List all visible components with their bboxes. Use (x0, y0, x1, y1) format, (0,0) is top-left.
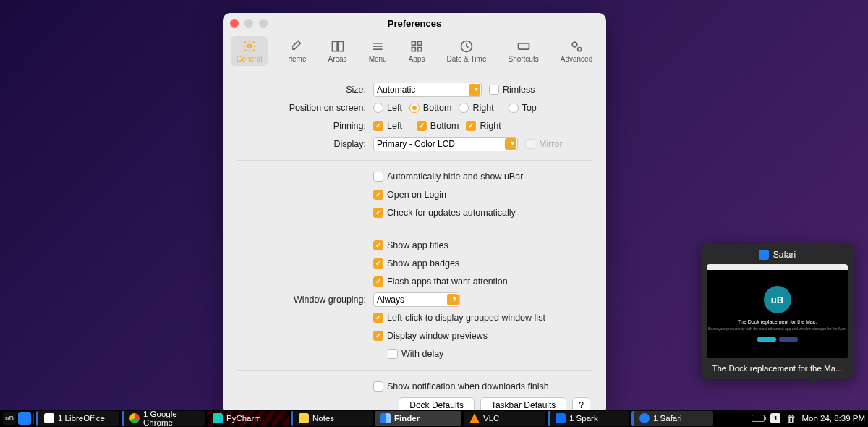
toolbar: General Theme Areas Menu Apps Date & Tim… (223, 33, 606, 72)
rimless-label: Rimless (503, 85, 535, 95)
trash-icon[interactable]: 🗑 (786, 413, 796, 424)
divider (236, 370, 593, 371)
svg-rect-8 (412, 48, 415, 51)
tab-label: Advanced (561, 55, 592, 63)
taskbar-item-spark[interactable]: 1 Spark (548, 411, 629, 426)
pos-right-radio[interactable] (459, 103, 469, 113)
tab-label: Shortcuts (508, 55, 538, 63)
tab-label: Areas (328, 55, 347, 63)
svg-point-0 (247, 45, 251, 48)
svg-rect-2 (338, 41, 343, 51)
tab-advanced[interactable]: Advanced (555, 36, 598, 66)
pin-left-checkbox[interactable] (373, 121, 383, 131)
vlc-icon (469, 413, 480, 423)
grid-icon (409, 39, 424, 54)
previews-checkbox[interactable] (373, 331, 383, 341)
svg-rect-6 (412, 41, 415, 45)
tab-label: Apps (409, 55, 425, 63)
safari-icon (759, 250, 769, 260)
divider (236, 229, 593, 229)
pos-top-radio[interactable] (509, 103, 519, 113)
tab-areas[interactable]: Areas (323, 36, 353, 66)
window-preview-tooltip: Safari uB The Dock replacement for the M… (701, 244, 854, 379)
chrome-icon (129, 413, 140, 423)
pin-right-checkbox[interactable] (466, 121, 476, 131)
preview-caption: The Dock replacement for the Ma... (707, 358, 848, 373)
autohide-checkbox[interactable] (373, 172, 383, 182)
desktop-number[interactable]: 1 (770, 413, 780, 423)
pos-left-radio[interactable] (373, 103, 383, 113)
taskbar-item-notes[interactable]: Notes (291, 411, 373, 426)
leftclick-checkbox[interactable] (373, 313, 383, 323)
tab-general[interactable]: General (231, 36, 268, 66)
svg-rect-11 (518, 43, 529, 49)
taskbar-item-finder[interactable]: Finder (375, 411, 461, 426)
close-button[interactable] (230, 19, 239, 28)
eyedropper-icon (288, 39, 302, 54)
divider (236, 160, 593, 161)
preferences-window: Preferences General Theme Areas Menu App… (223, 13, 606, 415)
taskbar-item-pycharm[interactable]: PyCharm (207, 411, 289, 426)
tab-theme[interactable]: Theme (278, 36, 312, 66)
finder-icon (380, 413, 391, 423)
tab-datetime[interactable]: Date & Time (441, 36, 492, 66)
openlogin-checkbox[interactable] (373, 190, 383, 200)
mirror-checkbox (525, 139, 535, 149)
minimize-button[interactable] (244, 19, 253, 28)
menu-icon (370, 39, 385, 54)
battery-icon[interactable] (752, 415, 765, 422)
taskbar: uB 1 LibreOffice 1 Google Chrome PyCharm… (0, 410, 868, 427)
titlebar: Preferences (223, 13, 606, 33)
areas-icon (331, 39, 345, 54)
position-label: Position on screen: (236, 103, 373, 113)
keyboard-icon (516, 39, 531, 54)
tab-label: General (237, 55, 263, 63)
zoom-button[interactable] (259, 19, 268, 28)
tab-shortcuts[interactable]: Shortcuts (502, 36, 544, 66)
clock-icon (459, 39, 474, 54)
gears-icon (569, 39, 584, 54)
pin-bottom-checkbox[interactable] (417, 121, 427, 131)
flash-checkbox[interactable] (373, 276, 383, 287)
preview-thumbnail[interactable]: uB The Dock replacement for the Mac. Boo… (707, 264, 848, 358)
clock[interactable]: Mon 24, 8:39 PM (801, 414, 865, 423)
svg-rect-9 (418, 48, 422, 51)
safari-icon (639, 413, 650, 423)
size-select[interactable]: Automatic (373, 83, 482, 97)
tab-label: Date & Time (446, 55, 486, 63)
notif-checkbox[interactable] (373, 381, 383, 392)
rimless-checkbox[interactable] (489, 85, 499, 95)
badges-checkbox[interactable] (373, 258, 383, 269)
finder-dock-icon[interactable] (18, 412, 31, 425)
updates-checkbox[interactable] (373, 208, 383, 218)
taskbar-item-safari[interactable]: 1 Safari (631, 411, 713, 426)
grouping-select[interactable]: Always (373, 292, 460, 307)
taskbar-right: 1 🗑 Mon 24, 8:39 PM (752, 413, 865, 424)
pycharm-icon (213, 413, 223, 423)
spark-icon (556, 413, 566, 423)
taskbar-item-chrome[interactable]: 1 Google Chrome (122, 411, 205, 426)
pinning-label: Pinning: (236, 121, 373, 131)
grouping-label: Window grouping: (236, 295, 373, 305)
gear-icon (242, 39, 257, 54)
traffic-lights (230, 19, 268, 28)
titles-checkbox[interactable] (373, 240, 383, 250)
notes-icon (299, 413, 309, 423)
tab-menu[interactable]: Menu (363, 36, 393, 66)
window-title: Preferences (223, 18, 606, 29)
taskbar-item-vlc[interactable]: VLC (464, 411, 545, 426)
panel-general: Size: Automatic Rimless Position on scre… (223, 72, 606, 424)
taskbar-item-libreoffice[interactable]: 1 LibreOffice (36, 411, 119, 426)
libreoffice-icon (44, 413, 54, 423)
svg-rect-7 (418, 41, 422, 45)
delay-checkbox[interactable] (388, 349, 398, 359)
pos-bottom-radio[interactable] (409, 103, 420, 113)
tab-label: Theme (284, 55, 306, 63)
display-label: Display: (236, 139, 373, 149)
ubar-icon[interactable]: uB (3, 412, 16, 425)
svg-point-16 (578, 48, 582, 51)
tab-label: Menu (369, 55, 387, 63)
preview-app-name: Safari (773, 250, 796, 260)
tab-apps[interactable]: Apps (403, 36, 431, 66)
display-select[interactable]: Primary - Color LCD (373, 137, 518, 151)
